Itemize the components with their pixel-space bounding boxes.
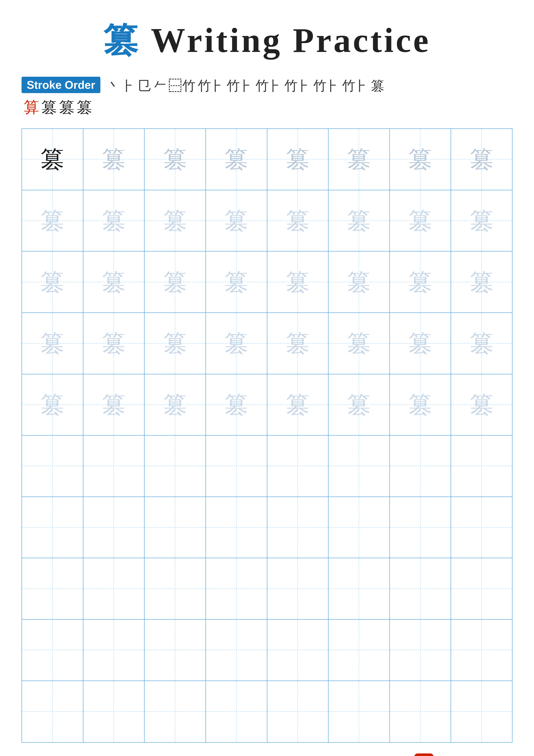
- grid-cell[interactable]: [206, 497, 267, 558]
- grid-cell[interactable]: [267, 497, 329, 558]
- grid-cell[interactable]: 篡: [451, 190, 512, 252]
- grid-cell[interactable]: 篡: [451, 374, 512, 436]
- grid-cell[interactable]: 篡: [144, 129, 206, 190]
- grid-cell[interactable]: 篡: [328, 129, 390, 190]
- grid-cell[interactable]: [451, 681, 512, 742]
- grid-cell[interactable]: 篡: [22, 313, 83, 374]
- grid-cell[interactable]: [328, 681, 390, 742]
- grid-cell[interactable]: [206, 436, 267, 497]
- grid-cell[interactable]: [328, 436, 390, 497]
- grid-cell[interactable]: 篡: [451, 313, 512, 374]
- grid-row: [22, 620, 512, 681]
- grid-cell[interactable]: 篡: [144, 252, 206, 313]
- grid-cell[interactable]: 篡: [22, 374, 83, 436]
- grid-cell[interactable]: 篡: [206, 129, 267, 190]
- grid-cell[interactable]: [83, 497, 145, 558]
- grid-cell[interactable]: [451, 497, 512, 558]
- grid-cell[interactable]: [328, 620, 390, 681]
- grid-cell[interactable]: 篡: [451, 129, 512, 190]
- title-text: Writing Practice: [140, 21, 431, 60]
- grid-row: [22, 497, 512, 558]
- grid-cell[interactable]: 篡: [328, 374, 390, 436]
- grid-cell[interactable]: [144, 497, 206, 558]
- grid-cell[interactable]: 篡: [390, 252, 451, 313]
- grid-cell[interactable]: [144, 681, 206, 742]
- grid-cell[interactable]: [267, 681, 329, 742]
- grid-cell[interactable]: 篡: [144, 313, 206, 374]
- grid-cell[interactable]: 篡: [22, 129, 83, 190]
- grid-row: [22, 681, 512, 742]
- grid-cell[interactable]: 篡: [22, 252, 83, 313]
- grid-cell[interactable]: 篡: [83, 190, 145, 252]
- grid-cell[interactable]: [83, 436, 145, 497]
- grid-row: 篡 篡 篡 篡 篡 篡 篡 篡: [22, 313, 512, 374]
- grid-row: [22, 436, 512, 497]
- grid-cell[interactable]: [206, 558, 267, 620]
- grid-cell[interactable]: 篡: [83, 129, 145, 190]
- grid-cell[interactable]: 篡: [206, 313, 267, 374]
- grid-cell[interactable]: [390, 436, 451, 497]
- grid-cell[interactable]: [144, 558, 206, 620]
- grid-cell[interactable]: [390, 681, 451, 742]
- grid-cell[interactable]: [206, 681, 267, 742]
- stroke-order-section: Stroke Order 丶 ⺊ 㔾 𠂉 ⿱竹 竹⺊ 竹⺊ 竹⺊ 竹⺊ 竹⺊ 竹…: [21, 77, 513, 95]
- grid-cell[interactable]: 篡: [267, 129, 329, 190]
- grid-cell[interactable]: [267, 620, 329, 681]
- grid-cell[interactable]: [206, 620, 267, 681]
- stroke-order-badge: Stroke Order: [21, 77, 100, 93]
- grid-cell[interactable]: 篡: [83, 374, 145, 436]
- grid-cell[interactable]: [267, 436, 329, 497]
- grid-cell[interactable]: [22, 497, 83, 558]
- grid-cell[interactable]: [83, 681, 145, 742]
- grid-cell[interactable]: [144, 620, 206, 681]
- grid-cell[interactable]: [451, 558, 512, 620]
- grid-cell[interactable]: [390, 497, 451, 558]
- grid-cell[interactable]: [390, 558, 451, 620]
- stroke-chars-row2: 算 篡 篡 篡: [21, 97, 513, 118]
- grid-cell[interactable]: 篡: [267, 190, 329, 252]
- grid-cell[interactable]: 篡: [144, 190, 206, 252]
- footer-logo: 字 StrokeOrder: [414, 753, 513, 756]
- grid-cell[interactable]: 篡: [267, 313, 329, 374]
- grid-cell[interactable]: [22, 558, 83, 620]
- grid-cell[interactable]: [390, 620, 451, 681]
- grid-cell[interactable]: [328, 497, 390, 558]
- grid-row: [22, 558, 512, 620]
- grid-cell[interactable]: [328, 558, 390, 620]
- grid-cell[interactable]: [22, 436, 83, 497]
- grid-row: 篡 篡 篡 篡 篡 篡 篡 篡: [22, 129, 512, 190]
- footer-logo-icon: 字: [414, 753, 434, 756]
- grid-row: 篡 篡 篡 篡 篡 篡 篡 篡: [22, 374, 512, 436]
- grid-cell[interactable]: 篡: [328, 252, 390, 313]
- grid-cell[interactable]: [144, 436, 206, 497]
- grid-cell[interactable]: 篡: [451, 252, 512, 313]
- grid-cell[interactable]: 篡: [144, 374, 206, 436]
- grid-row: 篡 篡 篡 篡 篡 篡 篡 篡: [22, 252, 512, 313]
- grid-cell[interactable]: 篡: [390, 190, 451, 252]
- page: 篡 Writing Practice Stroke Order 丶 ⺊ 㔾 𠂉 …: [0, 0, 534, 756]
- grid-cell[interactable]: 篡: [328, 313, 390, 374]
- grid-cell[interactable]: [451, 436, 512, 497]
- grid-cell[interactable]: 篡: [267, 252, 329, 313]
- grid-cell[interactable]: 篡: [83, 313, 145, 374]
- page-title: 篡 Writing Practice: [103, 17, 431, 64]
- grid-cell[interactable]: [451, 620, 512, 681]
- grid-cell[interactable]: [83, 620, 145, 681]
- grid-cell[interactable]: 篡: [206, 190, 267, 252]
- grid-cell[interactable]: 篡: [390, 374, 451, 436]
- grid-cell[interactable]: 篡: [390, 313, 451, 374]
- grid-cell[interactable]: [83, 558, 145, 620]
- grid-cell[interactable]: 篡: [206, 374, 267, 436]
- grid-cell[interactable]: 篡: [390, 129, 451, 190]
- grid-cell[interactable]: 篡: [83, 252, 145, 313]
- grid-cell[interactable]: [267, 558, 329, 620]
- stroke-chars-row1: 丶 ⺊ 㔾 𠂉 ⿱竹 竹⺊ 竹⺊ 竹⺊ 竹⺊ 竹⺊ 竹⺊ 篡: [107, 77, 384, 95]
- grid-cell[interactable]: 篡: [267, 374, 329, 436]
- grid-row: 篡 篡 篡 篡 篡 篡 篡 篡: [22, 190, 512, 252]
- grid-cell[interactable]: 篡: [328, 190, 390, 252]
- grid-cell[interactable]: [22, 681, 83, 742]
- grid-cell[interactable]: 篡: [206, 252, 267, 313]
- title-char: 篡: [103, 21, 140, 60]
- grid-cell[interactable]: 篡: [22, 190, 83, 252]
- grid-cell[interactable]: [22, 620, 83, 681]
